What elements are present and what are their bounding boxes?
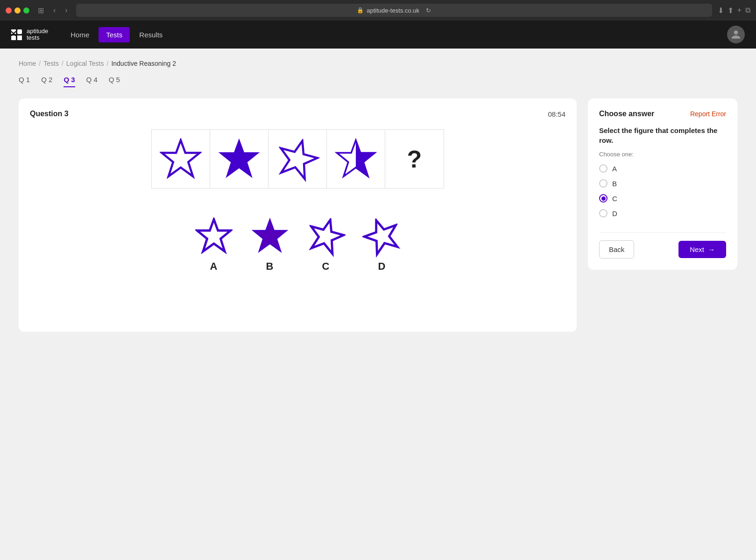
panel-actions: Back Next → bbox=[599, 240, 726, 259]
page-wrapper: Home / Tests / Logical Tests / Inductive… bbox=[0, 49, 756, 560]
svg-marker-9 bbox=[197, 219, 231, 252]
address-bar[interactable]: 🔒 aptitude-tests.co.uk ↻ bbox=[76, 4, 712, 17]
answer-label-d: D bbox=[378, 260, 386, 273]
radio-option-d[interactable]: D bbox=[599, 209, 726, 217]
next-button[interactable]: Next → bbox=[678, 241, 726, 258]
close-dot[interactable] bbox=[6, 7, 12, 14]
report-error-link[interactable]: Report Error bbox=[690, 110, 726, 118]
instruction-text: Select the figure that completes the row… bbox=[599, 126, 726, 145]
svg-marker-4 bbox=[275, 136, 320, 181]
radio-option-b[interactable]: B bbox=[599, 179, 726, 188]
sidebar-toggle-button[interactable]: ⊞ bbox=[35, 5, 47, 16]
url-text: aptitude-tests.co.uk bbox=[367, 7, 419, 14]
answer-label-c: C bbox=[322, 260, 330, 273]
back-button[interactable]: ‹ bbox=[50, 5, 58, 15]
choose-answer-label: Choose answer bbox=[599, 110, 654, 118]
navbar: aptitude tests Home Tests Results bbox=[0, 21, 756, 49]
radio-btn-d[interactable] bbox=[599, 209, 608, 217]
tab-q4[interactable]: Q 4 bbox=[86, 76, 98, 87]
breadcrumb-logical[interactable]: Logical Tests bbox=[66, 60, 104, 67]
radio-text-b: B bbox=[612, 180, 617, 188]
svg-marker-3 bbox=[220, 140, 258, 176]
breadcrumb-tests[interactable]: Tests bbox=[43, 60, 59, 67]
content-layout: Question 3 08:54 bbox=[19, 98, 737, 332]
tab-q2[interactable]: Q 2 bbox=[41, 76, 52, 87]
logo-area: aptitude tests bbox=[11, 28, 48, 42]
question-tabs: Q 1 Q 2 Q 3 Q 4 Q 5 bbox=[19, 76, 737, 87]
pattern-row: ? bbox=[151, 129, 444, 189]
answer-option-d[interactable]: D bbox=[363, 217, 401, 273]
browser-actions: ⬇ ⬆ + ⧉ bbox=[718, 6, 750, 15]
nav-results[interactable]: Results bbox=[132, 27, 170, 42]
radio-btn-a[interactable] bbox=[599, 164, 608, 173]
question-title: Question 3 bbox=[30, 110, 69, 118]
next-arrow-icon: → bbox=[708, 245, 715, 253]
nav-home[interactable]: Home bbox=[63, 27, 97, 42]
user-avatar[interactable] bbox=[727, 26, 745, 43]
browser-chrome: ⊞ ‹ › 🔒 aptitude-tests.co.uk ↻ ⬇ ⬆ + ⧉ bbox=[0, 0, 756, 21]
answer-option-c[interactable]: C bbox=[307, 217, 345, 273]
maximize-dot[interactable] bbox=[23, 7, 29, 14]
radio-btn-b[interactable] bbox=[599, 179, 608, 188]
pattern-cell-2 bbox=[210, 130, 268, 188]
pattern-cell-3 bbox=[268, 130, 327, 188]
choose-one-text: Choose one: bbox=[599, 151, 726, 158]
windows-icon[interactable]: ⧉ bbox=[745, 6, 750, 15]
radio-option-a[interactable]: A bbox=[599, 164, 726, 173]
new-tab-icon[interactable]: + bbox=[737, 6, 742, 15]
radio-text-a: A bbox=[612, 165, 617, 173]
minimize-dot[interactable] bbox=[14, 7, 21, 14]
next-label: Next bbox=[690, 245, 704, 253]
nav-links: Home Tests Results bbox=[63, 27, 727, 42]
svg-marker-11 bbox=[305, 216, 346, 255]
breadcrumb-current: Inductive Reasoning 2 bbox=[111, 60, 176, 67]
tab-q1[interactable]: Q 1 bbox=[19, 76, 30, 87]
nav-tests[interactable]: Tests bbox=[99, 27, 130, 42]
breadcrumb: Home / Tests / Logical Tests / Inductive… bbox=[19, 60, 737, 67]
question-timer: 08:54 bbox=[548, 110, 565, 118]
svg-marker-2 bbox=[162, 140, 200, 176]
svg-marker-10 bbox=[253, 219, 287, 252]
pattern-cell-1 bbox=[152, 130, 210, 188]
pattern-cell-4 bbox=[327, 130, 385, 188]
question-mark: ? bbox=[407, 145, 422, 173]
pattern-cell-5: ? bbox=[385, 130, 444, 188]
answer-option-b[interactable]: B bbox=[251, 217, 289, 273]
tab-q5[interactable]: Q 5 bbox=[109, 76, 120, 87]
question-card: Question 3 08:54 bbox=[19, 98, 577, 332]
browser-dots bbox=[6, 7, 29, 14]
answer-option-a[interactable]: A bbox=[195, 217, 233, 273]
radio-text-d: D bbox=[612, 210, 617, 217]
radio-btn-c[interactable] bbox=[599, 194, 608, 203]
logo-icon bbox=[11, 29, 22, 40]
radio-option-c[interactable]: C bbox=[599, 194, 726, 203]
svg-marker-12 bbox=[360, 215, 403, 256]
download-icon[interactable]: ⬇ bbox=[718, 6, 724, 15]
refresh-icon[interactable]: ↻ bbox=[426, 7, 431, 14]
browser-nav: ⊞ ‹ › bbox=[35, 5, 71, 16]
answer-label-a: A bbox=[210, 260, 218, 273]
answer-label-b: B bbox=[266, 260, 274, 273]
radio-text-c: C bbox=[612, 195, 617, 203]
logo-text: aptitude tests bbox=[27, 28, 48, 42]
breadcrumb-home[interactable]: Home bbox=[19, 60, 36, 67]
share-icon[interactable]: ⬆ bbox=[728, 6, 734, 15]
answer-panel-header: Choose answer Report Error bbox=[599, 110, 726, 118]
radio-options: A B C D bbox=[599, 164, 726, 217]
answer-choices-row: A B C bbox=[30, 217, 565, 273]
back-button[interactable]: Back bbox=[599, 240, 634, 259]
forward-button[interactable]: › bbox=[62, 5, 70, 15]
tab-q3[interactable]: Q 3 bbox=[64, 76, 75, 87]
question-header: Question 3 08:54 bbox=[30, 110, 565, 118]
answer-panel: Choose answer Report Error Select the fi… bbox=[588, 98, 737, 270]
lock-icon: 🔒 bbox=[357, 7, 364, 14]
